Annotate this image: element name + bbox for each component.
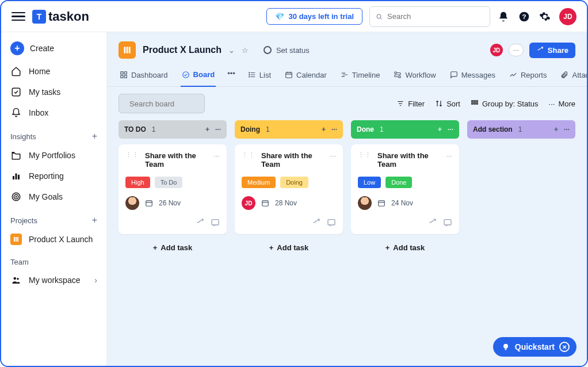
svg-rect-56: [379, 201, 385, 206]
drag-handle-icon[interactable]: ⋮⋮: [125, 151, 139, 159]
sidebar-item-productx[interactable]: Product X Launch: [1, 229, 106, 250]
help-icon[interactable]: ?: [518, 10, 530, 23]
column-addsection: Add section1+···: [467, 120, 575, 139]
column-add-icon[interactable]: +: [438, 125, 442, 133]
board-search-input[interactable]: [129, 100, 226, 108]
more-button[interactable]: ···: [509, 44, 524, 56]
sidebar-item-reporting[interactable]: Reporting: [1, 166, 106, 186]
tab-list[interactable]: List: [247, 66, 272, 86]
reports-icon: [509, 71, 517, 79]
content: Product X Launch ⌄ ☆ Set status JD ··· S…: [107, 32, 587, 366]
share-arrow-icon[interactable]: [428, 218, 437, 227]
column-add-icon[interactable]: +: [322, 125, 326, 133]
quickstart-button[interactable]: Quickstart ✕: [493, 337, 576, 357]
column-add-icon[interactable]: +: [554, 125, 558, 133]
svg-rect-46: [476, 101, 478, 102]
create-button[interactable]: + Create: [1, 38, 106, 61]
sort-icon: [435, 100, 443, 108]
chart-icon: [10, 170, 22, 182]
card-date: 24 Nov: [391, 199, 413, 207]
share-button[interactable]: Share: [529, 43, 575, 58]
assignee-avatar[interactable]: [125, 196, 139, 210]
svg-rect-12: [16, 237, 17, 242]
tab-reports[interactable]: Reports: [508, 66, 548, 86]
card-tags: HighTo Do: [125, 177, 220, 188]
share-arrow-icon[interactable]: [196, 218, 205, 227]
task-card[interactable]: ⋮⋮Share with the Team···LowDone24 Nov: [351, 144, 459, 234]
plus-icon: +: [153, 243, 158, 252]
tab-dashboard[interactable]: Dashboard: [119, 66, 169, 86]
svg-rect-48: [474, 103, 475, 104]
tab-attachments[interactable]: Attachments: [559, 66, 587, 86]
settings-icon[interactable]: [539, 10, 551, 23]
card-more-icon[interactable]: ···: [446, 151, 452, 160]
tab-timeline[interactable]: Timeline: [339, 66, 381, 86]
comment-icon[interactable]: [211, 218, 220, 227]
tab-calendar[interactable]: Calendar: [284, 66, 328, 86]
project-icon: [119, 41, 136, 59]
column-more-icon[interactable]: ···: [448, 125, 453, 133]
chevron-down-icon[interactable]: ⌄: [228, 46, 235, 55]
tab-more-icon[interactable]: •••: [227, 69, 235, 83]
task-card[interactable]: ⋮⋮Share with the Team···HighTo Do26 Nov: [119, 144, 227, 234]
task-card[interactable]: ⋮⋮Share with the Team···MediumDoingJD28 …: [235, 144, 343, 234]
menu-toggle[interactable]: [12, 10, 25, 24]
svg-rect-13: [17, 237, 18, 242]
filter-button[interactable]: Filter: [396, 100, 425, 108]
column-more-icon[interactable]: ···: [331, 125, 337, 133]
toolbar-more-button[interactable]: ···More: [549, 100, 575, 108]
column-todo: TO DO1+···⋮⋮Share with the Team···HighTo…: [119, 120, 227, 255]
share-arrow-icon[interactable]: [312, 218, 321, 227]
tab-board[interactable]: Board: [181, 66, 216, 87]
add-insight-button[interactable]: +: [92, 131, 97, 142]
calendar-icon: [261, 199, 269, 207]
column-header[interactable]: Doing1+···: [235, 120, 343, 139]
column-header[interactable]: TO DO1+···: [119, 120, 227, 139]
sidebar-item-label: My Portfolios: [29, 151, 75, 160]
tab-messages[interactable]: Messages: [449, 66, 497, 86]
add-task-button[interactable]: +Add task: [119, 240, 227, 255]
notifications-icon[interactable]: [497, 10, 510, 23]
column-header[interactable]: Add section1+···: [467, 120, 575, 139]
set-status-button[interactable]: Set status: [264, 46, 310, 55]
close-icon[interactable]: ✕: [559, 342, 570, 352]
set-status-label: Set status: [276, 46, 310, 55]
svg-rect-7: [18, 175, 20, 179]
brand-text: taskon: [48, 9, 89, 24]
card-title: Share with the Team: [145, 151, 208, 169]
assignee-avatar[interactable]: JD: [242, 196, 255, 210]
sidebar-item-inbox[interactable]: Inbox: [1, 102, 106, 123]
column-more-icon[interactable]: ···: [564, 125, 570, 133]
groupby-button[interactable]: Group by: Status: [471, 100, 539, 108]
column-add-icon[interactable]: +: [205, 125, 209, 133]
sidebar-item-portfolios[interactable]: My Portfolios: [1, 145, 106, 166]
drag-handle-icon[interactable]: ⋮⋮: [358, 151, 372, 159]
add-task-button[interactable]: +Add task: [235, 240, 343, 255]
star-icon[interactable]: ☆: [242, 46, 249, 55]
search-input[interactable]: [387, 12, 484, 21]
card-more-icon[interactable]: ···: [330, 151, 336, 160]
drag-handle-icon[interactable]: ⋮⋮: [242, 151, 255, 159]
sidebar-item-home[interactable]: Home: [1, 61, 106, 82]
column-more-icon[interactable]: ···: [215, 125, 221, 133]
comment-icon[interactable]: [443, 218, 452, 227]
trial-pill[interactable]: 💎 30 days left in trial: [266, 8, 362, 25]
assignee-avatar[interactable]: [358, 196, 372, 210]
sort-button[interactable]: Sort: [435, 100, 460, 108]
card-more-icon[interactable]: ···: [213, 151, 220, 160]
svg-rect-58: [444, 220, 451, 225]
logo[interactable]: T taskon: [32, 9, 89, 24]
tab-workflow[interactable]: Workflow: [392, 66, 437, 86]
global-search[interactable]: [369, 6, 490, 27]
member-avatar[interactable]: JD: [490, 44, 503, 56]
sidebar-item-mytasks[interactable]: My tasks: [1, 82, 106, 102]
add-project-button[interactable]: +: [92, 215, 97, 225]
sidebar-item-goals[interactable]: My Goals: [1, 186, 106, 207]
add-task-button[interactable]: +Add task: [351, 240, 459, 255]
user-avatar[interactable]: JD: [559, 8, 576, 25]
column-header[interactable]: Done1+···: [351, 120, 459, 139]
svg-rect-4: [12, 88, 20, 96]
comment-icon[interactable]: [327, 218, 336, 227]
sidebar-item-workspace[interactable]: My workspace ›: [1, 270, 106, 290]
board-search[interactable]: [119, 94, 205, 113]
